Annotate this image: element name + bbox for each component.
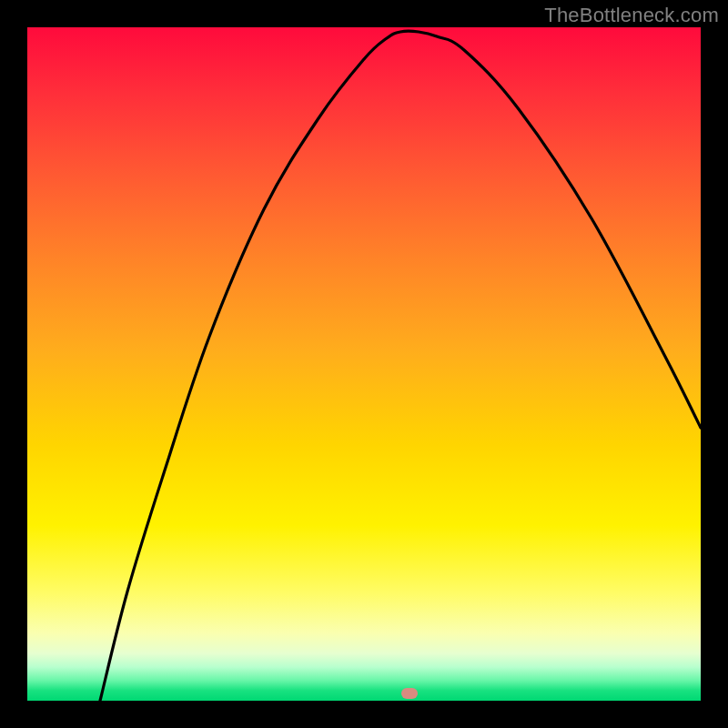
plot-area xyxy=(27,27,701,701)
bottleneck-curve xyxy=(100,31,701,701)
curve-svg xyxy=(27,27,701,701)
chart-marker xyxy=(401,688,418,699)
watermark-text: TheBottleneck.com xyxy=(544,4,719,27)
chart-frame: TheBottleneck.com xyxy=(0,0,728,728)
